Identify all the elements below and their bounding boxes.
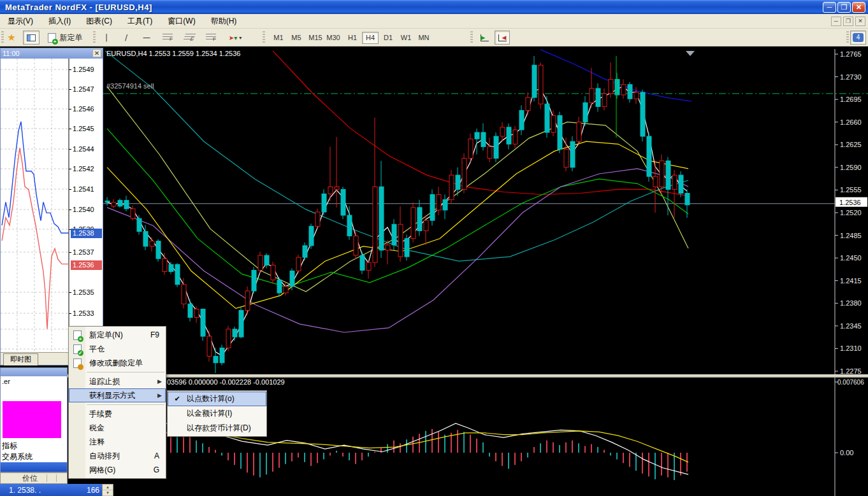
menu-item-shortcut: G	[154, 465, 166, 474]
timeframe-h1[interactable]: H1	[344, 32, 361, 44]
spin-up-icon[interactable]: ▲	[103, 485, 113, 490]
submenu-arrow-icon: ▶	[157, 392, 166, 399]
timeframe-mn[interactable]: MN	[416, 32, 432, 44]
price-axis-label: 1.2730	[840, 73, 862, 81]
context-menu-item-3[interactable]: 修改或删除定单	[69, 356, 166, 370]
timeframe-w1[interactable]: W1	[398, 32, 414, 44]
equidistant-channel-tool[interactable]: E	[180, 31, 199, 45]
vertical-line-tool[interactable]: |	[98, 31, 115, 45]
menu-item-label: 网格(G)	[85, 465, 115, 476]
toolbar-grip-4[interactable]	[470, 31, 473, 44]
auto-scroll-button[interactable]: ▶	[477, 31, 492, 45]
price-axis-label: 1.2450	[840, 254, 862, 262]
tick-window-titlebar[interactable]: 11:00 ✕	[1, 48, 103, 59]
price-axis-label: 1.2415	[840, 277, 862, 285]
toolbar-grip-5[interactable]	[846, 31, 849, 44]
context-menu-item-12[interactable]: 网格(G)G	[69, 463, 166, 477]
maximize-button[interactable]: ❐	[837, 2, 851, 13]
timeframe-d1[interactable]: D1	[380, 32, 396, 44]
tick-chart-tab[interactable]: 即时图	[3, 353, 38, 365]
timeframe-m1[interactable]: M1	[270, 32, 287, 44]
submenu-item-label: 以点数计算(o)	[187, 393, 235, 404]
quote-value: 1. 2538. .	[0, 486, 41, 495]
arrows-tool[interactable]: ➤▾ ▾	[223, 31, 247, 45]
navigator-partial-text: .er	[1, 376, 67, 385]
mdi-minimize-button[interactable]: ─	[831, 17, 841, 26]
minimize-button[interactable]: ─	[823, 2, 836, 13]
tick-price-label: 1.2542	[73, 165, 94, 173]
toolbar-grip-2[interactable]	[93, 31, 96, 44]
close-button[interactable]: ✕	[852, 2, 865, 13]
horizontal-line-icon: —	[143, 33, 150, 42]
menu-item-4[interactable]: 工具(T)	[120, 14, 160, 29]
submenu-item-2[interactable]: 以金额计算(I)	[168, 406, 266, 421]
channel-icon: E	[183, 34, 196, 41]
chart-shift-button[interactable]: ◀	[495, 31, 510, 45]
vertical-line-icon: |	[105, 33, 108, 42]
timeframe-m30[interactable]: M30	[324, 32, 343, 44]
tick-chart-window: 11:00 ✕ 1.25491.25471.25461.25451.25441.…	[0, 48, 103, 365]
tick-price-label: 1.2547	[73, 85, 94, 93]
navigator-selected-row[interactable]	[1, 462, 67, 472]
timeframe-h4[interactable]: H4	[362, 32, 379, 44]
chart-shift-marker-icon[interactable]	[686, 51, 695, 56]
modify-order-icon	[69, 358, 85, 368]
mdi-close-button[interactable]: ✕	[855, 17, 865, 26]
navigator-titlebar[interactable]	[1, 368, 67, 376]
context-menu-item-5[interactable]: 追踪止损▶	[69, 374, 166, 388]
indicator-values-text: 03596 0.000000 -0.002228 -0.001029	[167, 378, 285, 386]
fibonacci-tool[interactable]: F	[158, 31, 177, 45]
mdi-restore-button[interactable]: ❐	[843, 17, 853, 26]
favorites-button[interactable]: ★	[4, 31, 19, 45]
menu-item-label: 追踪止损	[85, 376, 120, 387]
menu-item-6[interactable]: 帮助(H)	[203, 14, 245, 29]
context-menu-item-9[interactable]: 税金	[69, 421, 166, 435]
chart-shift-icon: ◀	[498, 34, 507, 41]
submenu-item-3[interactable]: 以存款货币计算(D)	[168, 421, 266, 436]
new-order-button[interactable]: + 新定单	[42, 31, 88, 45]
chart-info-line: EURUSD,H4 1.2553 1.2559 1.2534 1.2536	[106, 50, 240, 57]
grid-tool-icon: F	[206, 34, 216, 41]
ma-red	[273, 51, 688, 196]
horizontal-line-tool[interactable]: —	[138, 31, 156, 45]
navigator-item-systems[interactable]: 交易系统	[2, 451, 33, 462]
navigator-item-indicators[interactable]: 指标	[2, 441, 17, 451]
context-menu-item-8[interactable]: 手续费	[69, 407, 166, 421]
timeframe-m15[interactable]: M15	[306, 32, 325, 44]
column-separator[interactable]	[47, 474, 47, 482]
quote-row[interactable]: 1. 2538. . 166	[0, 484, 102, 496]
column-separator-2[interactable]	[56, 474, 57, 482]
menu-item-5[interactable]: 窗口(W)	[160, 14, 203, 29]
menu-item-3[interactable]: 图表(C)	[78, 14, 120, 29]
tick-window-title: 11:00	[3, 50, 20, 57]
arrows-icon: ➤▾	[229, 34, 237, 41]
menu-item-1[interactable]: 显示(V)	[0, 14, 41, 29]
context-menu-item-11[interactable]: 自动排列A	[69, 449, 166, 463]
comments-button[interactable]: 4	[850, 31, 866, 45]
tick-price-label: 1.2545	[73, 125, 94, 132]
menu-item-2[interactable]: 插入(I)	[41, 14, 78, 29]
ma-yellowgreen	[107, 87, 688, 292]
context-menu-item-6[interactable]: 获利显示方式▶	[69, 388, 166, 402]
context-menu-item-10[interactable]: 注释	[69, 435, 166, 449]
market-watch-toggle-button[interactable]	[23, 31, 40, 45]
context-menu-item-2[interactable]: ✓平仓	[69, 342, 166, 356]
timeframe-m5[interactable]: M5	[288, 32, 305, 44]
tick-window-close-icon[interactable]: ✕	[92, 49, 101, 57]
price-axis-label: 1.2660	[840, 118, 862, 126]
context-menu-item-1[interactable]: +新定单(N)F9	[69, 328, 166, 342]
fibonacci-grid-tool[interactable]: F	[201, 31, 221, 45]
toolbar-grip-3[interactable]	[263, 31, 265, 44]
tick-price-label: 1.2537	[73, 248, 94, 256]
spin-down-icon[interactable]: ▼	[103, 490, 113, 496]
window-title: MetaTrader NordFX - [EURUSD,H4]	[0, 3, 152, 12]
trendline-tool[interactable]: /	[117, 31, 135, 45]
title-bar[interactable]: MetaTrader NordFX - [EURUSD,H4] ─ ❐ ✕	[0, 0, 868, 14]
candles	[105, 56, 690, 373]
navigator-window: .er 指标 交易系统	[0, 367, 68, 472]
dropdown-caret-icon: ▾	[237, 35, 242, 41]
submenu-item-1[interactable]: ✔以点数计算(o)	[168, 392, 266, 406]
tick-price-label: 1.2546	[73, 105, 94, 113]
quote-column-header[interactable]: 价位	[0, 472, 68, 484]
tick-chart-canvas[interactable]	[1, 59, 69, 352]
